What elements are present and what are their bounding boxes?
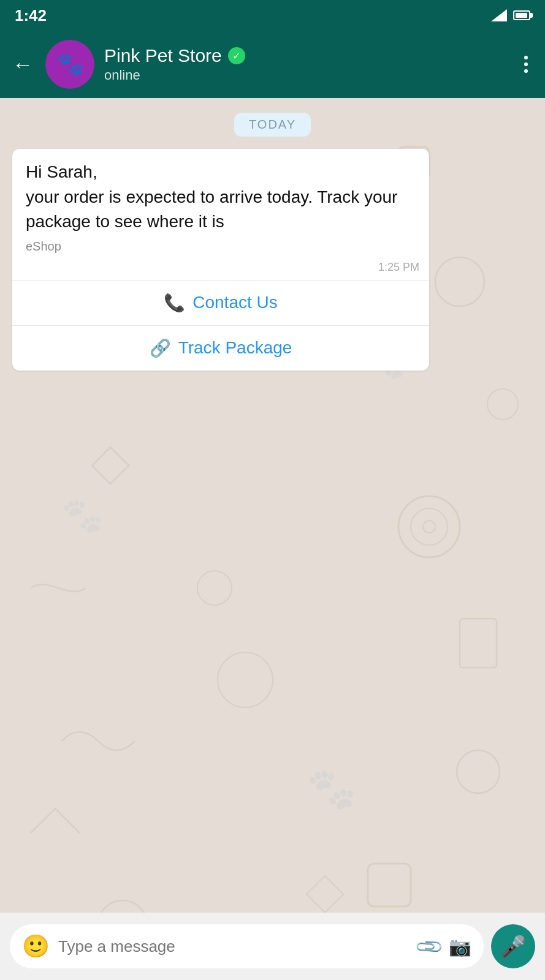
message-bubble: Hi Sarah,your order is expected to arriv…: [12, 149, 429, 371]
svg-point-13: [98, 900, 147, 913]
svg-point-6: [398, 496, 460, 557]
svg-point-5: [487, 389, 518, 420]
bubble-time: 1:25 PM: [12, 258, 429, 280]
svg-point-20: [197, 571, 232, 605]
dot: [524, 69, 528, 73]
attach-button[interactable]: 📎: [413, 931, 444, 962]
status-bar: 1:42: [0, 0, 545, 31]
camera-button[interactable]: 📷: [449, 936, 471, 957]
contact-us-label: Contact Us: [192, 293, 278, 312]
dot: [524, 62, 528, 66]
svg-point-7: [411, 508, 448, 545]
contact-status: online: [104, 67, 509, 83]
svg-rect-12: [368, 864, 411, 907]
contact-info: Pink Pet Store ✓ online: [104, 45, 509, 83]
date-pill: TODAY: [234, 113, 311, 137]
svg-point-8: [423, 521, 435, 533]
chat-header: ← 🐾 Pink Pet Store ✓ online: [0, 31, 545, 98]
emoji-button[interactable]: 🙂: [22, 933, 50, 959]
battery-icon: [513, 10, 530, 20]
contact-us-button[interactable]: 📞 Contact Us: [12, 281, 429, 325]
track-package-label: Track Package: [178, 338, 292, 358]
svg-rect-9: [460, 619, 497, 668]
status-time: 1:42: [15, 6, 47, 25]
chat-area: 🐾 🐾 🐾 🐾 🐾 TODAY Hi Sarah,your order is e…: [0, 98, 545, 913]
contact-name-row: Pink Pet Store ✓: [104, 45, 509, 66]
external-link-icon: 🔗: [150, 338, 171, 358]
avatar: 🐾: [45, 40, 94, 89]
svg-marker-0: [491, 9, 507, 21]
more-options-button[interactable]: [519, 51, 533, 78]
date-label: TODAY: [0, 113, 545, 137]
messages-container: Hi Sarah,your order is expected to arriv…: [0, 149, 545, 371]
track-package-button[interactable]: 🔗 Track Package: [12, 326, 429, 371]
verified-checkmark: ✓: [232, 50, 240, 62]
dot: [524, 56, 528, 59]
bubble-sender: eShop: [26, 239, 416, 254]
bubble-text: Hi Sarah,your order is expected to arriv…: [26, 160, 416, 235]
back-button[interactable]: ←: [12, 53, 33, 77]
bubble-content: Hi Sarah,your order is expected to arriv…: [12, 149, 429, 258]
contact-name[interactable]: Pink Pet Store: [104, 45, 222, 66]
status-icons: [491, 9, 530, 21]
mic-button[interactable]: 🎤: [491, 924, 535, 968]
input-wrapper: 🙂 📎 📷: [10, 924, 484, 968]
svg-point-11: [457, 750, 500, 793]
verified-badge: ✓: [228, 47, 245, 64]
input-bar: 🙂 📎 📷 🎤: [0, 913, 545, 980]
message-input[interactable]: [58, 937, 409, 956]
signal-icon: [491, 9, 507, 21]
svg-text:🐾: 🐾: [307, 765, 357, 813]
svg-text:🐾: 🐾: [61, 496, 104, 535]
phone-icon: 📞: [164, 293, 185, 313]
svg-point-10: [218, 652, 273, 707]
